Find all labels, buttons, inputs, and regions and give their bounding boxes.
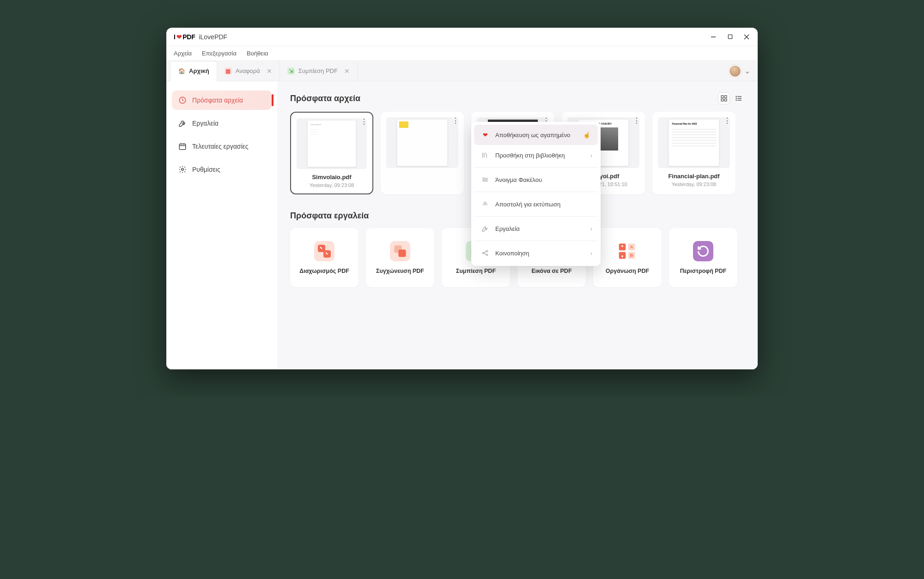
compress-icon: ⇲	[287, 67, 295, 75]
svg-rect-7	[721, 96, 723, 98]
pointer-cursor-icon: ☝	[583, 132, 590, 139]
home-icon: 🏠	[178, 67, 185, 75]
more-icon[interactable]: ⋮	[452, 116, 459, 125]
grid-view-button[interactable]	[718, 92, 730, 104]
list-view-button[interactable]	[733, 92, 745, 104]
chevron-right-icon: ›	[590, 225, 592, 232]
svg-rect-25	[619, 244, 626, 251]
ctx-favorite[interactable]: ❤ Αποθήκευση ως αγαπημένο ☝	[474, 125, 598, 145]
more-icon[interactable]: ⋮	[633, 116, 640, 125]
sidebar-label: Τελευταίες εργασίες	[192, 143, 249, 150]
view-toggle	[718, 92, 745, 104]
file-card[interactable]: ⋮ Financial Plan for 2022 Financial-plan…	[652, 112, 736, 194]
svg-rect-26	[619, 252, 626, 259]
tool-organize[interactable]: AB Οργάνωση PDF	[593, 228, 662, 287]
body: Πρόσφατα αρχεία Εργαλεία Τελευταίες εργα…	[166, 81, 758, 369]
wrench-icon	[480, 224, 490, 233]
tab-close-icon[interactable]: ✕	[267, 67, 272, 75]
file-name: Simvolaio.pdf	[297, 174, 367, 181]
recent-files-header: Πρόσφατα αρχεία	[290, 92, 745, 104]
sidebar-item-settings[interactable]: Ρυθμίσεις	[172, 160, 272, 179]
tab-close-icon[interactable]: ✕	[344, 67, 350, 75]
app-logo: I❤PDF	[174, 33, 195, 41]
main-content: Πρόσφατα αρχεία ⋮ Lorem ipsum………………………………	[277, 81, 758, 369]
tab-report[interactable]: ▦ Αναφορά ✕	[217, 61, 280, 81]
separator	[474, 216, 598, 217]
recent-tools-title: Πρόσφατα εργαλεία	[290, 211, 369, 221]
file-name: Financial-plan.pdf	[658, 173, 730, 180]
tool-merge[interactable]: Συγχώνευση PDF	[366, 228, 434, 287]
close-button[interactable]	[743, 33, 750, 41]
folder-icon	[480, 175, 490, 184]
sidebar-label: Ρυθμίσεις	[192, 166, 220, 173]
svg-rect-8	[724, 96, 727, 98]
ctx-label: Εργαλεία	[495, 225, 520, 232]
tab-report-label: Αναφορά	[236, 67, 260, 74]
svg-point-15	[736, 98, 736, 98]
more-icon[interactable]: ⋮	[360, 117, 368, 126]
chevron-right-icon: ›	[590, 152, 592, 159]
separator	[474, 192, 598, 192]
tool-split[interactable]: Διαχωρισμός PDF	[290, 228, 359, 287]
separator	[474, 167, 598, 168]
app-name: iLovePDF	[199, 33, 227, 41]
svg-point-6	[182, 169, 184, 171]
recent-files-title: Πρόσφατα αρχεία	[290, 94, 360, 103]
file-date: Yesterday, 09:23:08	[658, 181, 730, 187]
pdf-icon: ▦	[225, 67, 232, 75]
sidebar: Πρόσφατα αρχεία Εργαλεία Τελευταίες εργα…	[166, 81, 277, 369]
ctx-open-folder[interactable]: Άνοιγμα Φακέλου	[474, 169, 598, 190]
rotate-icon	[693, 241, 713, 261]
window-controls	[710, 33, 750, 41]
logo-pdf: PDF	[182, 33, 195, 41]
file-date	[386, 181, 458, 187]
sidebar-item-tools[interactable]: Εργαλεία	[172, 114, 272, 133]
file-thumb: Lorem ipsum………………………………	[297, 118, 367, 169]
heart-icon: ❤	[480, 130, 490, 139]
chevron-down-icon[interactable]: ⌄	[744, 66, 750, 75]
svg-rect-20	[398, 249, 406, 257]
tool-label: Οργάνωση PDF	[606, 268, 649, 274]
tabbar-right: ⌄	[729, 61, 758, 81]
svg-rect-1	[728, 35, 732, 38]
tab-home[interactable]: 🏠 Αρχική	[170, 61, 217, 81]
minimize-button[interactable]	[710, 33, 717, 41]
wrench-icon	[178, 119, 187, 127]
file-card[interactable]: ⋮ Lorem ipsum……………………………… Simvolaio.pdf …	[290, 112, 373, 194]
tool-label: Συγχώνευση PDF	[376, 268, 424, 274]
svg-rect-10	[724, 99, 727, 101]
menu-help[interactable]: Βοήθεια	[247, 50, 268, 57]
menu-edit[interactable]: Επεξεργασία	[202, 50, 237, 57]
tool-rotate[interactable]: Περιστροφή PDF	[669, 228, 737, 287]
sidebar-item-recent[interactable]: Πρόσφατα αρχεία	[172, 90, 272, 110]
ctx-share[interactable]: Κοινοποίηση ›	[474, 243, 598, 263]
tab-compress[interactable]: ⇲ Συμπίεση PDF ✕	[280, 61, 358, 81]
menu-files[interactable]: Αρχεία	[174, 50, 192, 57]
svg-rect-33	[484, 205, 486, 206]
ctx-print[interactable]: Αποστολή για εκτύπωση	[474, 194, 598, 214]
ctx-label: Αποθήκευση ως αγαπημένο	[495, 132, 570, 139]
print-icon	[480, 199, 490, 209]
ctx-tools[interactable]: Εργαλεία ›	[474, 218, 598, 239]
ctx-add-library[interactable]: Προσθήκη στη βιβλιοθήκη ›	[474, 145, 598, 165]
svg-text:A: A	[630, 245, 633, 249]
file-card[interactable]: ⋮	[381, 112, 464, 194]
thumb-text: Financial Plan for 2022	[672, 122, 697, 125]
context-menu: ❤ Αποθήκευση ως αγαπημένο ☝ Προσθήκη στη…	[471, 122, 601, 266]
tabbar: 🏠 Αρχική ▦ Αναφορά ✕ ⇲ Συμπίεση PDF ✕ ⌄	[166, 61, 758, 81]
svg-point-14	[736, 96, 736, 96]
file-name	[386, 173, 458, 180]
logo-i: I	[174, 33, 176, 41]
svg-text:B: B	[630, 253, 633, 258]
file-thumb	[386, 117, 458, 168]
calendar-icon	[178, 142, 187, 151]
sidebar-label: Εργαλεία	[192, 120, 219, 127]
maximize-button[interactable]	[726, 33, 734, 41]
sidebar-item-jobs[interactable]: Τελευταίες εργασίες	[172, 137, 272, 156]
separator	[474, 241, 598, 241]
user-avatar[interactable]	[729, 65, 742, 78]
menubar: Αρχεία Επεξεργασία Βοήθεια	[166, 46, 758, 61]
more-icon[interactable]: ⋮	[723, 116, 731, 125]
file-date: Yesterday, 09:23:08	[297, 182, 367, 188]
ctx-label: Αποστολή για εκτύπωση	[495, 201, 560, 208]
